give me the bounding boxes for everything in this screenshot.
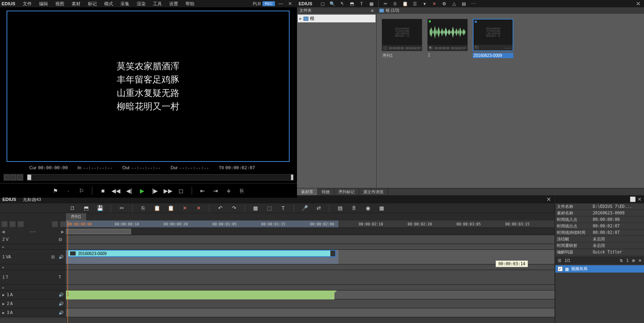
toggle-icon[interactable]: ▤ xyxy=(337,205,343,212)
mini-tool-4[interactable] xyxy=(52,221,58,227)
speaker-icon[interactable]: 🔊 xyxy=(59,301,63,306)
cur-value[interactable]: 00:00:00:00 xyxy=(38,165,68,170)
tab-effects[interactable]: 特效 xyxy=(318,188,334,195)
tab-browser[interactable]: 源文件浏览 xyxy=(359,188,388,195)
clip-card-0[interactable]: 莫笑农家腊酒浑丰年留客足鸡豚山重水复疑无路柳暗花明又一村 00:00:00:00… xyxy=(382,19,422,59)
ripple-icon[interactable]: ✕ xyxy=(195,205,202,212)
track-expand-va1[interactable]: ▸ xyxy=(0,264,66,270)
goto-in-icon[interactable]: ⇤ xyxy=(199,187,207,195)
props-icon[interactable]: ☰ xyxy=(412,1,418,7)
menu-file[interactable]: 文件 xyxy=(20,0,35,8)
more-icon[interactable]: ⋯ xyxy=(471,1,476,7)
mic-icon[interactable]: 🎤 xyxy=(301,205,308,212)
scrub-next-icon[interactable] xyxy=(17,175,23,180)
paste3-icon[interactable]: 📋 xyxy=(168,205,174,212)
track-header-va1[interactable]: 1 VA⊟🔊 xyxy=(0,250,66,264)
track-header-v2[interactable]: 2 V⊟ xyxy=(0,235,66,244)
render-icon[interactable]: ▦ xyxy=(252,205,259,212)
preview-monitor[interactable]: 莫笑农家腊酒浑 丰年留客足鸡豚 山重水复疑无路 柳暗花明又一村 xyxy=(7,11,290,162)
cut2-icon[interactable]: ✂ xyxy=(118,205,125,212)
ffwd-icon[interactable]: ▶▶ xyxy=(164,187,172,195)
up-icon[interactable]: ↰ xyxy=(339,1,345,7)
step-fwd-icon[interactable]: |▶ xyxy=(151,187,159,195)
expand-icon[interactable]: ▸ xyxy=(2,310,4,315)
zoom-bar[interactable] xyxy=(66,228,554,235)
speaker-icon[interactable]: 🔊 xyxy=(59,292,63,297)
folder-icon[interactable]: ▢ xyxy=(320,1,325,7)
track-lane-v2[interactable] xyxy=(66,235,554,244)
mark-dot-icon[interactable]: · xyxy=(64,187,72,195)
tab-library[interactable]: 素材库 xyxy=(297,188,318,195)
track-lane-a1[interactable]: 1 xyxy=(66,290,554,299)
copy-icon[interactable]: ⎘ xyxy=(393,1,398,7)
effect-del-icon[interactable]: ✕ xyxy=(638,258,642,263)
scrub-slider[interactable] xyxy=(27,174,294,181)
menu-mode[interactable]: 模式 xyxy=(101,0,116,8)
cut-icon[interactable]: ✂ xyxy=(383,1,389,7)
nav-right-icon[interactable]: ▶ xyxy=(61,229,64,234)
clip-end-handle[interactable] xyxy=(330,251,335,256)
effect-item[interactable]: ✓ ▦ 视频布局 xyxy=(555,265,644,273)
menu-help[interactable]: 帮助 xyxy=(182,0,198,8)
mark-out-icon[interactable]: ⚐ xyxy=(77,187,85,195)
new-clip-icon[interactable]: ⬒ xyxy=(349,1,355,7)
track-lane-a2[interactable] xyxy=(66,299,554,308)
dur-value[interactable]: --:--:--:-- xyxy=(179,165,209,170)
menu-edit[interactable]: 编辑 xyxy=(36,0,51,8)
play-icon[interactable]: ▶ xyxy=(138,187,146,195)
timeline-tracks[interactable]: 序列1 00:00:00:00 00:00:00:10 00:00:00:20 … xyxy=(66,213,554,323)
track-lane-t1[interactable] xyxy=(66,270,554,285)
timeline-close-icon[interactable]: ✕ xyxy=(546,196,554,203)
scrub-prev-icon[interactable] xyxy=(4,175,10,180)
effect-checkbox[interactable]: ✓ xyxy=(558,266,563,271)
step-back-icon[interactable]: ◀| xyxy=(125,187,133,195)
tab-markers[interactable]: 序列标记 xyxy=(334,188,359,195)
track-lane-a3[interactable] xyxy=(66,308,554,317)
rewind-icon[interactable]: ◀◀ xyxy=(112,187,120,195)
ttl-value[interactable]: 00:00:02:07 xyxy=(225,165,255,170)
menu-tools[interactable]: 工具 xyxy=(150,0,165,8)
effect-add-icon[interactable]: ⊕ xyxy=(632,258,635,263)
bin-close-icon[interactable]: ✕ xyxy=(636,0,644,7)
open-icon[interactable]: ⬒ xyxy=(83,205,90,212)
info-maximize-icon[interactable]: ⬜ xyxy=(630,196,636,202)
save-icon[interactable]: 💾 xyxy=(97,205,103,212)
in-value[interactable]: --:--:--:-- xyxy=(83,165,113,170)
video-icon[interactable]: ⊟ xyxy=(51,255,56,260)
delete2-icon[interactable]: ✕ xyxy=(181,205,188,212)
scrub-mid-icon[interactable] xyxy=(11,175,16,180)
track-header-a3[interactable]: ▸3 A🔊 xyxy=(0,308,66,317)
effect-filter-icon[interactable]: ⇅ xyxy=(620,258,623,263)
paste2-icon[interactable]: 📋 xyxy=(154,205,160,212)
audio-clip[interactable]: 1 xyxy=(66,290,334,299)
loop-icon[interactable]: ◻ xyxy=(177,187,185,195)
info-close-icon[interactable]: ✕ xyxy=(637,196,642,202)
scrub-handle-end[interactable] xyxy=(291,175,293,180)
transition-icon[interactable]: ⇄ xyxy=(315,205,322,212)
menu-clip[interactable]: 素材 xyxy=(68,0,84,8)
track-header-a1[interactable]: ▸1 A🔊 xyxy=(0,290,66,299)
clip-card-1[interactable]: ◀00:00:00:0000:00:02:07 1 xyxy=(427,19,468,59)
title2-icon[interactable]: T xyxy=(280,205,286,212)
track-header-a2[interactable]: ▸2 A🔊 xyxy=(0,299,66,308)
mark-in-icon[interactable]: ⚑ xyxy=(51,187,59,195)
folder-close-icon[interactable]: ✕ xyxy=(371,9,374,13)
nav-left-icon[interactable]: ◀ xyxy=(2,229,5,234)
arrow-down-icon[interactable]: ▾ xyxy=(422,1,428,7)
rec-badge[interactable]: REC xyxy=(262,1,275,6)
scrub-handle[interactable] xyxy=(27,175,31,180)
search-icon[interactable]: 🔍 xyxy=(330,1,335,7)
goto-out-icon[interactable]: ⇥ xyxy=(212,187,220,195)
menu-capture[interactable]: 采集 xyxy=(117,0,133,8)
expand-icon[interactable]: ▸ xyxy=(2,292,4,297)
video-icon[interactable]: ⊟ xyxy=(59,237,63,242)
view-icon[interactable]: ▤ xyxy=(461,1,467,7)
mini-tool-5[interactable] xyxy=(60,221,66,227)
effect-list-icon[interactable]: ☰ xyxy=(558,258,561,263)
cloud-icon[interactable]: △ xyxy=(451,1,457,7)
layout-icon[interactable]: ▦ xyxy=(378,205,385,212)
menu-render[interactable]: 渲染 xyxy=(133,0,149,8)
vectorscope-icon[interactable]: ◉ xyxy=(365,205,371,212)
title-track-icon[interactable]: T xyxy=(59,275,63,280)
clip-card-2[interactable]: 莫笑农家腊酒浑丰年留客足鸡豚山重水复疑无路柳暗花明又一村 T--:--:-- 2… xyxy=(473,19,513,59)
